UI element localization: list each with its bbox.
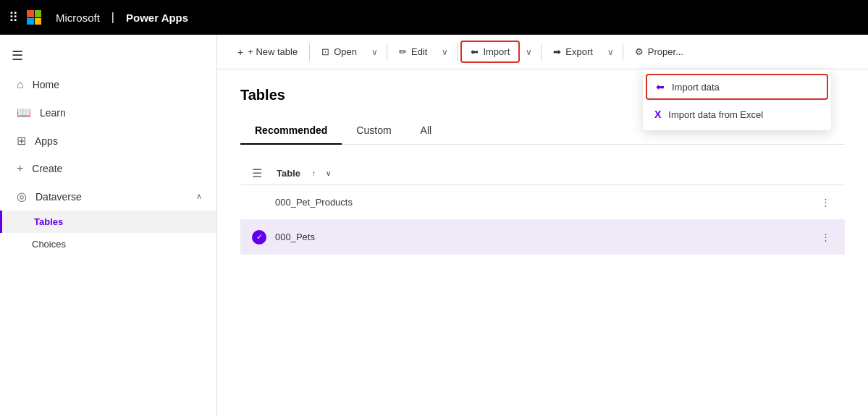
sidebar-dataverse-label: Dataverse xyxy=(35,191,82,203)
import-data-item[interactable]: ⬅ Import data xyxy=(646,74,828,100)
properties-label: Proper... xyxy=(648,46,683,57)
sidebar-item-dataverse[interactable]: ◎ Dataverse ∧ xyxy=(0,182,216,211)
tab-recommended[interactable]: Recommended xyxy=(240,119,342,145)
microsoft-brand-label: Microsoft xyxy=(56,12,100,24)
edit-label: Edit xyxy=(411,46,427,57)
open-label: Open xyxy=(334,46,357,57)
toolbar-divider-2 xyxy=(387,43,387,61)
export-icon: ➡ xyxy=(553,46,561,57)
sort-asc-icon[interactable]: ↑ xyxy=(312,169,316,177)
app-name-label: Power Apps xyxy=(126,12,188,24)
table-row-name: 000_Pet_Products xyxy=(275,197,809,208)
create-icon: + xyxy=(17,162,23,175)
dataverse-icon: ◎ xyxy=(17,190,27,203)
brand-separator: | xyxy=(111,11,114,24)
row-selected-icon: ✓ xyxy=(252,230,266,245)
sidebar-item-apps[interactable]: ⊞ Apps xyxy=(0,127,216,155)
row-more-icon[interactable]: ⋮ xyxy=(818,229,833,245)
import-excel-label: Import data from Excel xyxy=(668,109,763,120)
import-excel-icon: X xyxy=(654,109,661,120)
sidebar-item-create[interactable]: + Create xyxy=(0,155,216,182)
export-chevron-button[interactable]: ∨ xyxy=(602,43,620,61)
microsoft-logo xyxy=(27,10,41,25)
home-icon: ⌂ xyxy=(17,78,24,91)
toolbar: + + New table ⊡ Open ∨ ✏ Edit ∨ ⬅ Import… xyxy=(217,35,868,69)
main-panel: + + New table ⊡ Open ∨ ✏ Edit ∨ ⬅ Import… xyxy=(217,35,868,416)
toolbar-divider-4 xyxy=(541,43,542,61)
import-excel-item[interactable]: X Import data from Excel xyxy=(643,101,831,127)
sort-chevron-icon[interactable]: ∨ xyxy=(326,169,331,177)
sidebar-tables-label: Tables xyxy=(34,216,63,227)
main-layout: ☰ ⌂ Home 📖 Learn ⊞ Apps + Create ◎ Datav… xyxy=(0,35,868,416)
sidebar-item-tables[interactable]: Tables xyxy=(0,211,216,233)
tab-all[interactable]: All xyxy=(406,119,447,145)
table-list-header: ☰ Table ↑ ∨ xyxy=(240,162,845,185)
chevron-up-icon: ∧ xyxy=(196,192,202,201)
open-button[interactable]: ⊡ Open xyxy=(313,42,366,61)
new-table-icon: + xyxy=(237,46,243,58)
open-chevron-button[interactable]: ∨ xyxy=(366,43,384,61)
edit-icon: ✏ xyxy=(399,46,407,57)
list-view-icon: ☰ xyxy=(252,166,262,180)
properties-button[interactable]: ⚙ Proper... xyxy=(626,42,692,61)
open-icon: ⊡ xyxy=(321,46,329,57)
table-row[interactable]: ✓ 000_Pets ⋮ xyxy=(240,220,845,255)
hamburger-button[interactable]: ☰ xyxy=(0,41,216,71)
sidebar-create-label: Create xyxy=(32,163,62,174)
edit-chevron-button[interactable]: ∨ xyxy=(436,43,454,61)
import-button[interactable]: ⬅ Import xyxy=(460,41,520,63)
new-table-button[interactable]: + + New table xyxy=(229,42,306,62)
toolbar-divider-3 xyxy=(457,43,458,61)
sidebar-home-label: Home xyxy=(33,79,59,90)
gear-icon: ⚙ xyxy=(635,46,644,57)
learn-icon: 📖 xyxy=(17,106,31,119)
export-label: Export xyxy=(565,46,593,57)
import-chevron-button[interactable]: ∨ xyxy=(520,43,538,61)
sidebar-item-learn[interactable]: 📖 Learn xyxy=(0,98,216,127)
table-row-name: 000_Pets xyxy=(275,232,809,242)
topbar: ⠿ Microsoft | Power Apps xyxy=(0,0,868,35)
sidebar-choices-label: Choices xyxy=(32,239,66,250)
sidebar: ☰ ⌂ Home 📖 Learn ⊞ Apps + Create ◎ Datav… xyxy=(0,35,217,416)
tab-custom[interactable]: Custom xyxy=(342,119,405,145)
import-data-label: Import data xyxy=(672,82,720,93)
import-icon: ⬅ xyxy=(471,46,479,57)
sidebar-apps-label: Apps xyxy=(35,135,58,147)
sidebar-learn-label: Learn xyxy=(40,107,66,119)
toolbar-divider-1 xyxy=(309,43,310,61)
export-button[interactable]: ➡ Export xyxy=(544,42,602,61)
sidebar-item-home[interactable]: ⌂ Home xyxy=(0,71,216,98)
import-data-icon: ⬅ xyxy=(656,81,665,93)
grid-icon[interactable]: ⠿ xyxy=(9,9,18,25)
edit-button[interactable]: ✏ Edit xyxy=(390,42,436,61)
toolbar-divider-5 xyxy=(623,43,623,61)
row-unselected-icon xyxy=(252,195,266,210)
apps-icon: ⊞ xyxy=(17,134,26,148)
import-dropdown-menu: ⬅ Import data X Import data from Excel xyxy=(643,69,831,130)
table-column-header: Table xyxy=(277,168,300,179)
sidebar-item-choices[interactable]: Choices xyxy=(0,233,216,255)
table-row[interactable]: 000_Pet_Products ⋮ xyxy=(240,185,845,220)
row-more-icon[interactable]: ⋮ xyxy=(818,194,833,211)
import-label: Import xyxy=(483,46,510,57)
new-table-label: + New table xyxy=(248,46,298,57)
